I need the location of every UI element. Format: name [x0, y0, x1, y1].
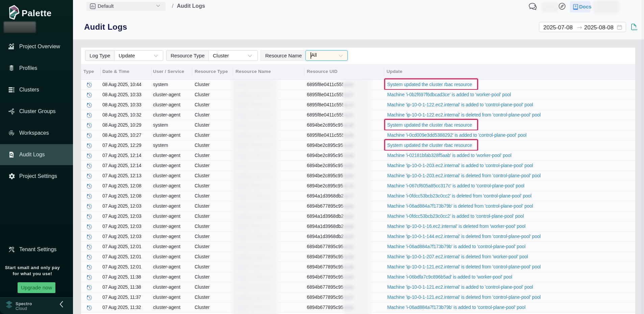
- svg-text:csv: csv: [633, 28, 638, 31]
